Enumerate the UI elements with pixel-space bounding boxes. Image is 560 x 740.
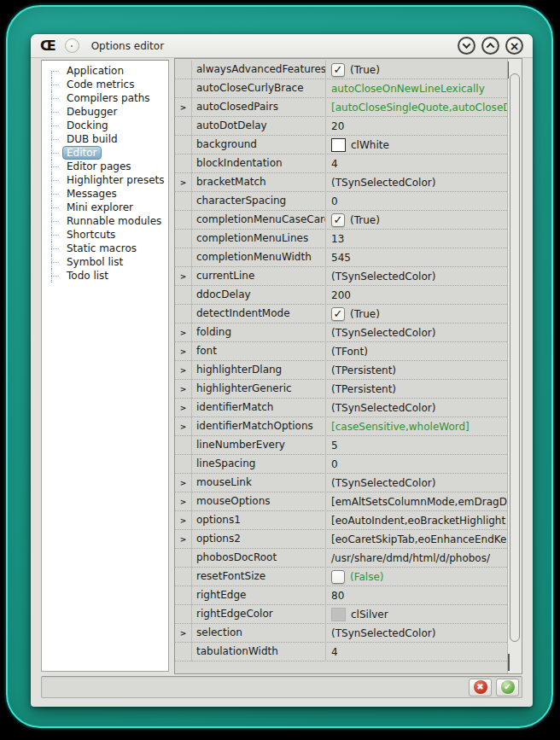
value-checkbox[interactable]: ✓ xyxy=(331,63,345,77)
property-row[interactable]: lineSpacing 0 xyxy=(175,455,507,474)
expand-arrow-icon[interactable]: > xyxy=(180,535,187,544)
property-value-cell[interactable]: 20 xyxy=(326,117,507,136)
value-checkbox[interactable]: ✓ xyxy=(331,213,345,227)
property-value-cell[interactable]: 0 xyxy=(326,192,507,211)
property-row[interactable]: completionMenuLines 13 xyxy=(175,230,507,248)
property-value-cell[interactable]: [eoAutoIndent,eoBracketHighlight xyxy=(326,511,507,530)
property-row[interactable]: > identifierMatch (TSynSelectedColor) xyxy=(175,399,507,417)
expand-arrow-icon[interactable]: > xyxy=(180,516,187,525)
sidebar-item[interactable]: Messages xyxy=(42,187,168,201)
property-row[interactable]: > folding (TSynSelectedColor) xyxy=(175,323,507,342)
property-row[interactable]: completionMenuCaseCare ✓ (True) xyxy=(175,211,507,230)
expand-arrow-icon[interactable]: > xyxy=(180,366,187,375)
sidebar-item[interactable]: Todo list xyxy=(42,269,168,283)
grid-scrollbar[interactable] xyxy=(507,59,522,673)
property-value-cell[interactable]: (TFont) xyxy=(326,342,507,361)
window-menu-button[interactable] xyxy=(65,38,79,53)
shade-button[interactable] xyxy=(458,37,475,55)
expand-arrow-icon[interactable]: > xyxy=(180,404,187,412)
property-value-cell[interactable]: 0 xyxy=(326,455,507,474)
property-row[interactable]: > autoClosedPairs [autoCloseSingleQuote,… xyxy=(175,98,507,117)
property-value-cell[interactable]: (TSynSelectedColor) xyxy=(326,624,507,643)
property-row[interactable]: > highlighterDlang (TPersistent) xyxy=(175,361,507,380)
sidebar-item[interactable]: Debugger xyxy=(42,105,168,119)
sidebar-item[interactable]: Compilers paths xyxy=(42,91,168,105)
scrollbar-bottom-buttons[interactable] xyxy=(508,654,522,670)
expand-arrow-icon[interactable]: > xyxy=(180,629,187,638)
property-row[interactable]: autoCloseCurlyBrace autoCloseOnNewLineLe… xyxy=(175,79,507,98)
property-value-cell[interactable]: ✓ (True) xyxy=(326,305,507,323)
property-row[interactable]: > mouseLink (TSynSelectedColor) xyxy=(175,474,507,492)
property-value-cell[interactable]: 5 xyxy=(326,436,507,455)
sidebar-item[interactable]: Mini explorer xyxy=(42,201,168,214)
property-row[interactable]: background clWhite xyxy=(175,136,507,154)
property-row[interactable]: rightEdgeColor clSilver xyxy=(175,605,507,624)
sidebar-item[interactable]: Runnable modules xyxy=(42,214,168,228)
scrollbar-thumb[interactable] xyxy=(510,73,520,642)
property-value-cell[interactable]: clSilver xyxy=(326,605,507,624)
property-value-cell[interactable]: 80 xyxy=(326,586,507,605)
expand-arrow-icon[interactable]: > xyxy=(180,347,187,356)
property-row[interactable]: characterSpacing 0 xyxy=(175,192,507,211)
property-value-cell[interactable]: (TSynSelectedColor) xyxy=(326,267,507,286)
property-row[interactable]: blockIndentation 4 xyxy=(175,154,507,173)
expand-arrow-icon[interactable]: > xyxy=(180,103,187,112)
sidebar-item[interactable]: Static macros xyxy=(42,242,168,255)
property-value-cell[interactable]: (TPersistent) xyxy=(326,361,507,380)
sidebar-item[interactable]: Application xyxy=(42,64,168,78)
maximize-button[interactable] xyxy=(481,37,499,55)
sidebar-item[interactable]: Symbol list xyxy=(42,255,168,269)
property-row[interactable]: rightEdge 80 xyxy=(175,586,507,605)
property-row[interactable]: tabulationWidth 4 xyxy=(175,643,507,661)
property-row[interactable]: > bracketMatch (TSynSelectedColor) xyxy=(175,173,507,192)
expand-arrow-icon[interactable]: > xyxy=(180,422,187,431)
sidebar-item[interactable]: Docking xyxy=(42,119,168,132)
property-value-cell[interactable]: 4 xyxy=(326,154,507,173)
value-checkbox[interactable]: ✓ xyxy=(331,307,345,321)
property-row[interactable]: lineNumberEvery 5 xyxy=(175,436,507,455)
color-swatch[interactable] xyxy=(331,608,346,621)
property-row[interactable]: > mouseOptions [emAltSetsColumnMode,emDr… xyxy=(175,492,507,511)
expand-arrow-icon[interactable]: > xyxy=(180,498,187,506)
property-value-cell[interactable]: /usr/share/dmd/html/d/phobos/ xyxy=(326,549,507,568)
property-value-cell[interactable]: (TSynSelectedColor) xyxy=(326,474,507,492)
property-row[interactable]: > font (TFont) xyxy=(175,342,507,361)
close-button[interactable]: × xyxy=(505,37,523,55)
property-row[interactable]: > options2 [eoCaretSkipTab,eoEnhanceEndK… xyxy=(175,530,507,549)
property-row[interactable]: > highlighterGeneric (TPersistent) xyxy=(175,380,507,399)
property-row[interactable]: > identifierMatchOptions [caseSensitive,… xyxy=(175,417,507,436)
property-value-cell[interactable]: (TPersistent) xyxy=(326,380,507,399)
property-value-cell[interactable]: (TSynSelectedColor) xyxy=(326,323,507,342)
property-value-cell[interactable]: autoCloseOnNewLineLexically xyxy=(326,79,507,98)
property-value-cell[interactable]: [autoCloseSingleQuote,autoCloseD xyxy=(326,98,507,117)
property-value-cell[interactable]: (TSynSelectedColor) xyxy=(326,173,507,192)
color-swatch[interactable] xyxy=(331,138,346,152)
sidebar-item[interactable]: Shortcuts xyxy=(42,228,168,242)
sidebar-item[interactable]: Highlighter presets xyxy=(42,173,168,187)
cancel-button[interactable]: ✖ xyxy=(469,679,492,696)
sidebar-item[interactable]: Editor pages xyxy=(42,160,168,173)
property-value-cell[interactable]: 545 xyxy=(326,248,507,267)
property-row[interactable]: autoDotDelay 20 xyxy=(175,117,507,136)
expand-arrow-icon[interactable]: > xyxy=(180,178,187,187)
property-value-cell[interactable]: (False) xyxy=(326,568,507,586)
expand-arrow-icon[interactable]: > xyxy=(180,329,187,337)
property-row[interactable]: completionMenuWidth 545 xyxy=(175,248,507,267)
property-value-cell[interactable]: (TSynSelectedColor) xyxy=(326,399,507,417)
property-value-cell[interactable]: 4 xyxy=(326,643,507,661)
expand-arrow-icon[interactable]: > xyxy=(180,479,187,487)
titlebar[interactable]: Œ Options editor × xyxy=(31,34,533,58)
accept-button[interactable]: ✔ xyxy=(496,679,519,696)
property-value-cell[interactable]: 200 xyxy=(326,286,507,305)
property-value-cell[interactable]: 13 xyxy=(326,230,507,248)
property-row[interactable]: detectIndentMode ✓ (True) xyxy=(175,305,507,323)
property-row[interactable]: phobosDocRoot /usr/share/dmd/html/d/phob… xyxy=(175,549,507,568)
property-value-cell[interactable]: ✓ (True) xyxy=(326,211,507,230)
property-row[interactable]: ddocDelay 200 xyxy=(175,286,507,305)
property-row[interactable]: alwaysAdvancedFeatures ✓ (True) xyxy=(175,61,507,79)
property-row[interactable]: > selection (TSynSelectedColor) xyxy=(175,624,507,643)
value-checkbox[interactable] xyxy=(331,570,345,584)
expand-arrow-icon[interactable]: > xyxy=(180,272,187,281)
property-value-cell[interactable]: ✓ (True) xyxy=(326,61,507,79)
property-value-cell[interactable]: [caseSensitive,wholeWord] xyxy=(326,417,507,436)
